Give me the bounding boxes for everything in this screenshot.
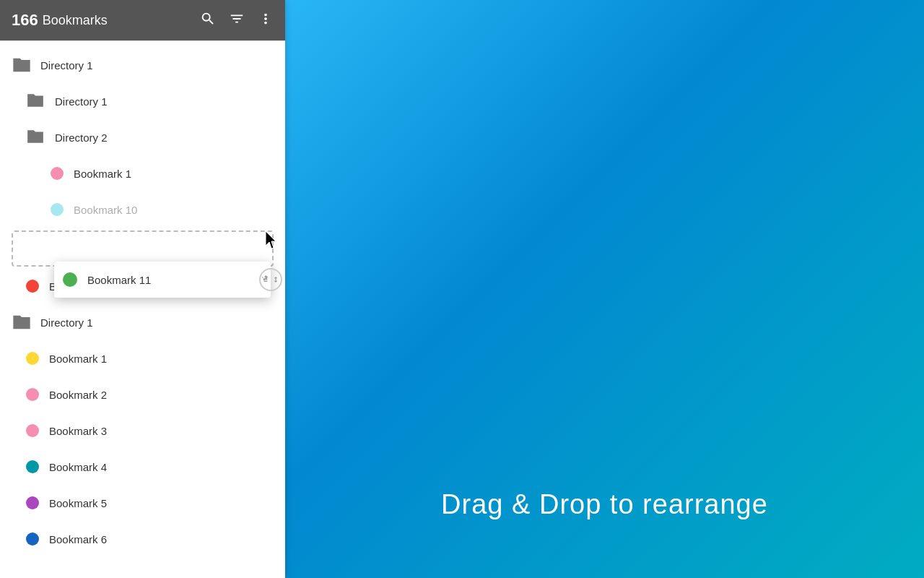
more-icon[interactable]: [258, 11, 274, 30]
folder-icon: [26, 127, 46, 147]
bookmark-list: Directory 1 Directory 1 Directory 2 Book…: [0, 41, 285, 578]
list-item[interactable]: Bookmark 3: [0, 413, 285, 449]
bookmark-dot: [26, 280, 39, 293]
bookmark-dot: [26, 424, 39, 437]
right-panel: Drag & Drop to rearrange: [285, 0, 924, 578]
item-label: Directory 1: [40, 59, 93, 72]
list-item[interactable]: Bookmark 1: [0, 340, 285, 376]
item-label: Bookmark 6: [49, 533, 107, 545]
item-label: Directory 1: [40, 316, 93, 329]
list-item: Bookmark 10: [0, 191, 285, 228]
drag-handle[interactable]: [259, 268, 282, 291]
header: 166 Bookmarks: [0, 0, 285, 40]
list-item[interactable]: Directory 1: [0, 47, 285, 83]
drag-floating-item[interactable]: Bookmark 11: [54, 262, 271, 298]
drag-item-label: Bookmark 11: [87, 274, 151, 286]
bookmark-count: 166: [12, 11, 38, 30]
list-item[interactable]: Directory 1: [0, 304, 285, 340]
item-label: Directory 2: [55, 131, 108, 144]
drag-zone-area: Bookmark 10: [0, 191, 285, 228]
bookmark-dot: [51, 167, 64, 180]
list-item[interactable]: Bookmark 5: [0, 485, 285, 521]
bookmarks-label: Bookmarks: [43, 13, 200, 28]
bookmark-dot: [26, 460, 39, 473]
bookmark-dot: [63, 272, 77, 287]
folder-icon: [12, 55, 32, 75]
item-label: Bookmark 10: [74, 204, 137, 216]
bookmark-dot: [26, 388, 39, 401]
item-label: Bookmark 2: [49, 389, 107, 401]
folder-icon: [12, 312, 32, 332]
search-icon[interactable]: [200, 11, 216, 30]
drag-drop-tagline: Drag & Drop to rearrange: [441, 489, 768, 520]
item-label: Bookmark 1: [74, 168, 131, 180]
filter-icon[interactable]: [229, 11, 245, 30]
bookmark-dot: [26, 532, 39, 545]
item-label: Directory 1: [55, 95, 108, 108]
bookmark-dot: [26, 352, 39, 365]
list-item[interactable]: Bookmark 1: [0, 155, 285, 191]
list-item[interactable]: Directory 1: [0, 83, 285, 119]
list-item[interactable]: Bookmark 2: [0, 376, 285, 413]
item-label: Bookmark 3: [49, 425, 107, 437]
bookmark-dot: [51, 203, 64, 216]
folder-icon: [26, 91, 46, 111]
list-item[interactable]: Bookmark 4: [0, 449, 285, 485]
list-item[interactable]: Bookmark 6: [0, 521, 285, 557]
item-label: Bookmark 4: [49, 461, 107, 473]
item-label: Bookmark 5: [49, 497, 107, 509]
list-item[interactable]: Directory 2: [0, 119, 285, 155]
left-panel: 166 Bookmarks Directory 1: [0, 0, 285, 578]
header-icons: [200, 11, 274, 30]
bookmark-dot: [26, 496, 39, 509]
item-label: Bookmark 1: [49, 353, 107, 365]
